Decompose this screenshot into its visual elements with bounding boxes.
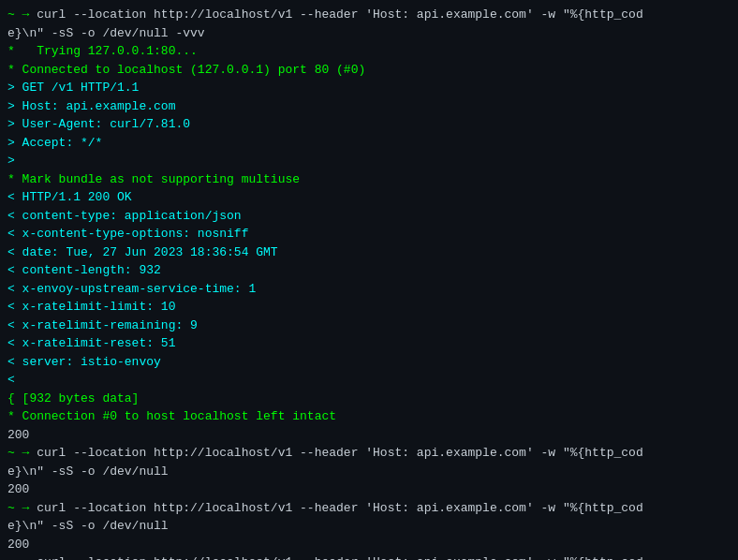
line-19: < x-ratelimit-reset: 51 bbox=[7, 334, 731, 353]
line-22: { [932 bytes data] bbox=[7, 390, 731, 408]
line-13: < x-content-type-options: nosniff bbox=[7, 225, 731, 243]
line-14: < date: Tue, 27 Jun 2023 18:36:54 GMT bbox=[7, 243, 731, 262]
line-21: < bbox=[7, 371, 731, 390]
line-4: * Connected to localhost (127.0.0.1) por… bbox=[7, 61, 731, 80]
line-1: ~ → curl --location http://localhost/v1 … bbox=[7, 6, 731, 24]
line-20: < server: istio-envoy bbox=[7, 353, 731, 372]
line-17: < x-ratelimit-limit: 10 bbox=[7, 298, 731, 317]
line-8: > Accept: */* bbox=[7, 134, 731, 153]
line-30: 200 bbox=[7, 536, 731, 554]
line-6: > Host: api.example.com bbox=[7, 97, 731, 116]
line-12: < content-type: application/json bbox=[7, 207, 731, 226]
line-7: > User-Agent: curl/7.81.0 bbox=[7, 115, 731, 134]
line-31: ~ → curl --location http://localhost/v1 … bbox=[7, 553, 731, 560]
line-9: > bbox=[7, 152, 731, 170]
line-3: * Trying 127.0.0.1:80... bbox=[7, 42, 731, 61]
line-28: ~ → curl --location http://localhost/v1 … bbox=[7, 499, 731, 518]
line-23: * Connection #0 to host localhost left i… bbox=[7, 407, 731, 426]
line-24: 200 bbox=[7, 426, 731, 445]
terminal-window: ~ → curl --location http://localhost/v1 … bbox=[0, 0, 738, 560]
line-29: e}\n" -sS -o /dev/null bbox=[7, 517, 731, 536]
line-5: > GET /v1 HTTP/1.1 bbox=[7, 79, 731, 97]
line-18: < x-ratelimit-remaining: 9 bbox=[7, 317, 731, 335]
line-27: 200 bbox=[7, 480, 731, 499]
line-25: ~ → curl --location http://localhost/v1 … bbox=[7, 444, 731, 463]
line-11: < HTTP/1.1 200 OK bbox=[7, 188, 731, 207]
line-26: e}\n" -sS -o /dev/null bbox=[7, 463, 731, 481]
line-10: * Mark bundle as not supporting multiuse bbox=[7, 170, 731, 189]
line-2: e}\n" -sS -o /dev/null -vvv bbox=[7, 24, 731, 43]
line-16: < x-envoy-upstream-service-time: 1 bbox=[7, 280, 731, 299]
line-15: < content-length: 932 bbox=[7, 261, 731, 280]
